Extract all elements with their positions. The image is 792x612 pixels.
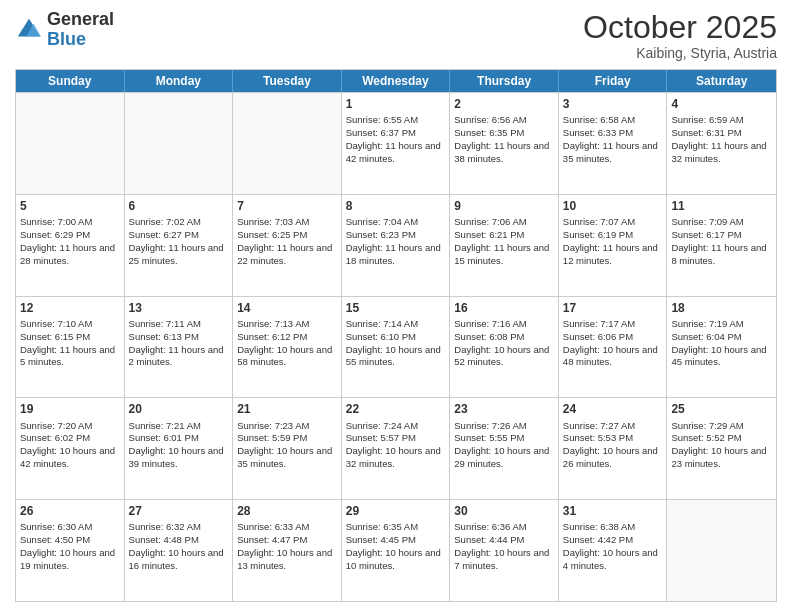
cal-cell: 21Sunrise: 7:23 AMSunset: 5:59 PMDayligh… (233, 398, 342, 499)
cal-cell: 4Sunrise: 6:59 AMSunset: 6:31 PMDaylight… (667, 93, 776, 194)
sunset-text: Sunset: 4:48 PM (129, 534, 229, 547)
sunset-text: Sunset: 6:21 PM (454, 229, 554, 242)
sunrise-text: Sunrise: 7:11 AM (129, 318, 229, 331)
sunset-text: Sunset: 6:10 PM (346, 331, 446, 344)
sunset-text: Sunset: 6:12 PM (237, 331, 337, 344)
sunrise-text: Sunrise: 7:23 AM (237, 420, 337, 433)
daylight-text: Daylight: 10 hours and 42 minutes. (20, 445, 120, 471)
day-number: 31 (563, 503, 663, 519)
sunrise-text: Sunrise: 7:09 AM (671, 216, 772, 229)
header: General Blue October 2025 Kaibing, Styri… (15, 10, 777, 61)
daylight-text: Daylight: 11 hours and 32 minutes. (671, 140, 772, 166)
day-number: 19 (20, 401, 120, 417)
daylight-text: Daylight: 10 hours and 48 minutes. (563, 344, 663, 370)
sunrise-text: Sunrise: 6:55 AM (346, 114, 446, 127)
cal-cell: 27Sunrise: 6:32 AMSunset: 4:48 PMDayligh… (125, 500, 234, 601)
daylight-text: Daylight: 10 hours and 23 minutes. (671, 445, 772, 471)
sunrise-text: Sunrise: 7:24 AM (346, 420, 446, 433)
daylight-text: Daylight: 11 hours and 18 minutes. (346, 242, 446, 268)
cal-cell: 16Sunrise: 7:16 AMSunset: 6:08 PMDayligh… (450, 297, 559, 398)
daylight-text: Daylight: 10 hours and 29 minutes. (454, 445, 554, 471)
day-number: 18 (671, 300, 772, 316)
daylight-text: Daylight: 10 hours and 45 minutes. (671, 344, 772, 370)
day-number: 23 (454, 401, 554, 417)
logo-blue: Blue (47, 29, 86, 49)
header-day-saturday: Saturday (667, 70, 776, 92)
day-number: 10 (563, 198, 663, 214)
week-row-3: 12Sunrise: 7:10 AMSunset: 6:15 PMDayligh… (16, 296, 776, 398)
daylight-text: Daylight: 10 hours and 26 minutes. (563, 445, 663, 471)
cal-cell: 31Sunrise: 6:38 AMSunset: 4:42 PMDayligh… (559, 500, 668, 601)
sunrise-text: Sunrise: 7:19 AM (671, 318, 772, 331)
cal-cell: 3Sunrise: 6:58 AMSunset: 6:33 PMDaylight… (559, 93, 668, 194)
cal-cell (16, 93, 125, 194)
cal-cell: 13Sunrise: 7:11 AMSunset: 6:13 PMDayligh… (125, 297, 234, 398)
cal-cell: 20Sunrise: 7:21 AMSunset: 6:01 PMDayligh… (125, 398, 234, 499)
day-number: 9 (454, 198, 554, 214)
logo-inner: General Blue (15, 10, 114, 50)
daylight-text: Daylight: 10 hours and 39 minutes. (129, 445, 229, 471)
sunset-text: Sunset: 5:52 PM (671, 432, 772, 445)
day-number: 21 (237, 401, 337, 417)
logo-icon (15, 16, 43, 44)
header-day-sunday: Sunday (16, 70, 125, 92)
sunset-text: Sunset: 6:35 PM (454, 127, 554, 140)
cal-cell: 19Sunrise: 7:20 AMSunset: 6:02 PMDayligh… (16, 398, 125, 499)
day-number: 29 (346, 503, 446, 519)
daylight-text: Daylight: 11 hours and 15 minutes. (454, 242, 554, 268)
sunset-text: Sunset: 5:57 PM (346, 432, 446, 445)
sunrise-text: Sunrise: 7:29 AM (671, 420, 772, 433)
day-number: 2 (454, 96, 554, 112)
calendar-header: SundayMondayTuesdayWednesdayThursdayFrid… (16, 70, 776, 92)
week-row-2: 5Sunrise: 7:00 AMSunset: 6:29 PMDaylight… (16, 194, 776, 296)
sunrise-text: Sunrise: 7:16 AM (454, 318, 554, 331)
day-number: 14 (237, 300, 337, 316)
sunset-text: Sunset: 6:27 PM (129, 229, 229, 242)
header-day-tuesday: Tuesday (233, 70, 342, 92)
sunrise-text: Sunrise: 7:13 AM (237, 318, 337, 331)
week-row-5: 26Sunrise: 6:30 AMSunset: 4:50 PMDayligh… (16, 499, 776, 601)
cal-cell: 1Sunrise: 6:55 AMSunset: 6:37 PMDaylight… (342, 93, 451, 194)
daylight-text: Daylight: 10 hours and 32 minutes. (346, 445, 446, 471)
cal-cell: 6Sunrise: 7:02 AMSunset: 6:27 PMDaylight… (125, 195, 234, 296)
day-number: 15 (346, 300, 446, 316)
sunrise-text: Sunrise: 6:58 AM (563, 114, 663, 127)
daylight-text: Daylight: 10 hours and 7 minutes. (454, 547, 554, 573)
sunrise-text: Sunrise: 7:27 AM (563, 420, 663, 433)
cal-cell (233, 93, 342, 194)
cal-cell: 29Sunrise: 6:35 AMSunset: 4:45 PMDayligh… (342, 500, 451, 601)
cal-cell: 22Sunrise: 7:24 AMSunset: 5:57 PMDayligh… (342, 398, 451, 499)
cal-cell: 10Sunrise: 7:07 AMSunset: 6:19 PMDayligh… (559, 195, 668, 296)
day-number: 28 (237, 503, 337, 519)
sunrise-text: Sunrise: 6:33 AM (237, 521, 337, 534)
header-day-thursday: Thursday (450, 70, 559, 92)
cal-cell: 24Sunrise: 7:27 AMSunset: 5:53 PMDayligh… (559, 398, 668, 499)
cal-cell: 11Sunrise: 7:09 AMSunset: 6:17 PMDayligh… (667, 195, 776, 296)
daylight-text: Daylight: 10 hours and 4 minutes. (563, 547, 663, 573)
daylight-text: Daylight: 10 hours and 35 minutes. (237, 445, 337, 471)
daylight-text: Daylight: 10 hours and 16 minutes. (129, 547, 229, 573)
day-number: 4 (671, 96, 772, 112)
cal-cell: 25Sunrise: 7:29 AMSunset: 5:52 PMDayligh… (667, 398, 776, 499)
cal-cell: 9Sunrise: 7:06 AMSunset: 6:21 PMDaylight… (450, 195, 559, 296)
day-number: 17 (563, 300, 663, 316)
sunrise-text: Sunrise: 6:38 AM (563, 521, 663, 534)
sunset-text: Sunset: 4:44 PM (454, 534, 554, 547)
daylight-text: Daylight: 11 hours and 28 minutes. (20, 242, 120, 268)
day-number: 3 (563, 96, 663, 112)
sunrise-text: Sunrise: 6:36 AM (454, 521, 554, 534)
sunset-text: Sunset: 4:42 PM (563, 534, 663, 547)
day-number: 13 (129, 300, 229, 316)
day-number: 6 (129, 198, 229, 214)
sunset-text: Sunset: 6:33 PM (563, 127, 663, 140)
header-day-friday: Friday (559, 70, 668, 92)
cal-cell: 23Sunrise: 7:26 AMSunset: 5:55 PMDayligh… (450, 398, 559, 499)
sunrise-text: Sunrise: 7:17 AM (563, 318, 663, 331)
logo-general: General (47, 9, 114, 29)
cal-cell: 5Sunrise: 7:00 AMSunset: 6:29 PMDaylight… (16, 195, 125, 296)
logo: General Blue (15, 10, 114, 50)
sunrise-text: Sunrise: 6:59 AM (671, 114, 772, 127)
location-title: Kaibing, Styria, Austria (583, 45, 777, 61)
sunset-text: Sunset: 5:53 PM (563, 432, 663, 445)
sunrise-text: Sunrise: 7:14 AM (346, 318, 446, 331)
